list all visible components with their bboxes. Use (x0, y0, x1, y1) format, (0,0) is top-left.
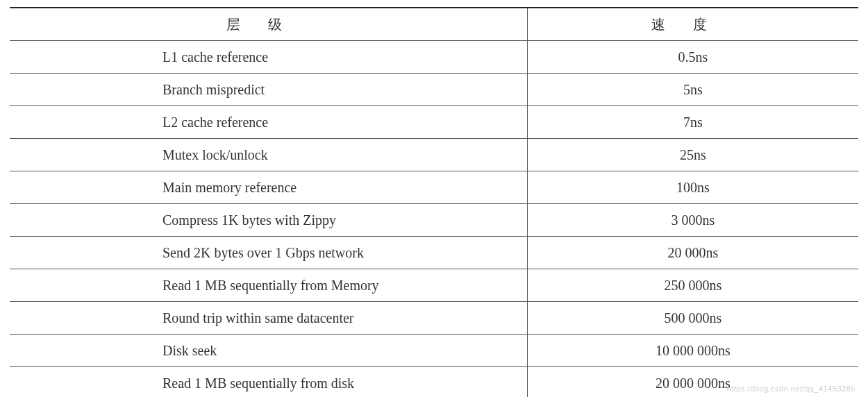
table-row: Mutex lock/unlock 25ns (10, 139, 858, 171)
cell-speed: 25ns (527, 139, 858, 171)
table-row: Disk seek 10 000 000ns (10, 335, 858, 367)
cell-speed: 20 000ns (527, 237, 858, 269)
cell-level: Round trip within same datacenter (10, 302, 527, 335)
table-row: Main memory reference 100ns (10, 171, 858, 204)
cell-speed: 20 000 000ns (527, 367, 858, 398)
table-row: Read 1 MB sequentially from Memory 250 0… (10, 269, 858, 302)
table-header-row: 层级 速度 (10, 8, 858, 41)
cell-level: L2 cache reference (10, 106, 527, 139)
cell-level: Disk seek (10, 335, 527, 367)
table-body: L1 cache reference 0.5ns Branch mispredi… (10, 41, 858, 398)
cell-level: Read 1 MB sequentially from Memory (10, 269, 527, 302)
cell-level: Read 1 MB sequentially from disk (10, 367, 527, 398)
table-row: L1 cache reference 0.5ns (10, 41, 858, 74)
header-speed: 速度 (527, 8, 858, 41)
cell-speed: 100ns (527, 171, 858, 204)
cell-level: Compress 1K bytes with Zippy (10, 204, 527, 237)
cell-level: Branch mispredict (10, 74, 527, 106)
table-row: Compress 1K bytes with Zippy 3 000ns (10, 204, 858, 237)
table-row: Read 1 MB sequentially from disk 20 000 … (10, 367, 858, 398)
cell-speed: 5ns (527, 74, 858, 106)
cell-speed: 10 000 000ns (527, 335, 858, 367)
cell-speed: 500 000ns (527, 302, 858, 335)
cell-speed: 3 000ns (527, 204, 858, 237)
cell-level: Mutex lock/unlock (10, 139, 527, 171)
cell-level: L1 cache reference (10, 41, 527, 74)
cell-speed: 0.5ns (527, 41, 858, 74)
table-row: Branch mispredict 5ns (10, 74, 858, 106)
cell-level: Send 2K bytes over 1 Gbps network (10, 237, 527, 269)
cell-speed: 250 000ns (527, 269, 858, 302)
table-row: Round trip within same datacenter 500 00… (10, 302, 858, 335)
table-row: L2 cache reference 7ns (10, 106, 858, 139)
cell-level: Main memory reference (10, 171, 527, 204)
latency-table: 层级 速度 L1 cache reference 0.5ns Branch mi… (10, 7, 858, 397)
cell-speed: 7ns (527, 106, 858, 139)
header-level: 层级 (10, 8, 527, 41)
table-row: Send 2K bytes over 1 Gbps network 20 000… (10, 237, 858, 269)
